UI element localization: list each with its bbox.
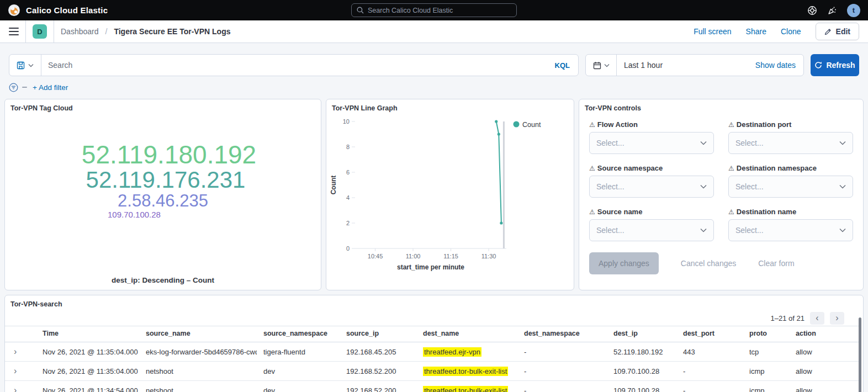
next-page-button[interactable]: › <box>830 312 844 325</box>
table-scrollbar[interactable] <box>859 317 861 392</box>
y-tick-label: 10 <box>343 118 350 125</box>
tag-cloud-item[interactable]: 109.70.100.28 <box>108 210 161 219</box>
kql-toggle[interactable]: KQL <box>547 61 578 70</box>
global-search[interactable] <box>351 3 517 17</box>
cancel-changes-button[interactable]: Cancel changes <box>681 259 736 268</box>
y-axis-title: Count <box>330 176 337 195</box>
select-placeholder: Select... <box>735 182 764 191</box>
search-table-panel: Tor-VPN-search 1–21 of 21 ‹ › Timesource… <box>4 295 864 392</box>
warning-icon: ⚠ <box>589 165 595 172</box>
time-range-value[interactable]: Last 1 hour <box>617 61 670 70</box>
expand-row-icon[interactable]: › <box>5 381 36 392</box>
table-cell: - <box>517 362 607 381</box>
user-avatar[interactable]: t <box>847 4 860 17</box>
line-graph-panel: Tor-VPN Line Graph 024681010:4511:0011:1… <box>326 99 574 290</box>
refresh-button[interactable]: Refresh <box>811 54 859 76</box>
tag-cloud-footer: dest_ip: Descending – Count <box>5 276 321 284</box>
tag-cloud-item[interactable]: 52.119.180.192 <box>82 141 256 168</box>
control-select[interactable]: Select... <box>728 132 853 154</box>
edit-button[interactable]: Edit <box>816 23 859 40</box>
table-cell: tcp <box>743 342 789 362</box>
control-label: Flow Action <box>597 120 638 129</box>
control-field: ⚠Source namespace Select... <box>589 164 714 198</box>
control-label: Destination namespace <box>737 164 817 172</box>
panel-title: Tor-VPN-search <box>5 295 863 308</box>
table-row: ›Nov 26, 2021 @ 11:35:04.000netshootdev1… <box>5 362 860 381</box>
table-cell: 192.168.52.200 <box>340 362 416 381</box>
x-axis-title: start_time per minute <box>397 263 464 271</box>
column-header: source_namespace <box>257 326 340 342</box>
table-cell: tigera-fluentd <box>257 342 340 362</box>
app-title: Calico Cloud Elastic <box>26 6 108 15</box>
select-placeholder: Select... <box>735 226 764 235</box>
date-picker-menu[interactable] <box>586 55 617 76</box>
divider <box>54 20 54 43</box>
table-cell: - <box>517 342 607 362</box>
column-header: dest_namespace <box>517 326 607 342</box>
dashboard-actions: Full screen Share Clone Edit <box>694 23 859 40</box>
y-tick-label: 2 <box>346 220 350 226</box>
expand-row-icon[interactable]: › <box>5 362 36 381</box>
control-select[interactable]: Select... <box>589 132 714 154</box>
apply-changes-button[interactable]: Apply changes <box>589 252 659 274</box>
data-point <box>500 221 502 224</box>
data-point <box>495 120 497 123</box>
help-icon[interactable] <box>807 6 817 15</box>
breadcrumb-root[interactable]: Dashboard <box>61 27 99 36</box>
dashboard-panels: Tor-VPN Tag Cloud 52.119.180.19252.119.1… <box>4 99 864 290</box>
panel-title: Tor-VPN Line Graph <box>326 99 574 112</box>
menu-icon[interactable] <box>9 28 19 35</box>
chevron-down-icon <box>839 184 846 189</box>
saved-query-menu[interactable] <box>9 55 41 76</box>
expand-row-icon[interactable]: › <box>5 342 36 362</box>
table-cell: allow <box>789 342 860 362</box>
global-search-input[interactable] <box>368 7 511 14</box>
x-tick-label: 11:15 <box>443 253 458 259</box>
control-field: ⚠Flow Action Select... <box>589 120 714 154</box>
top-icons: t <box>807 4 860 17</box>
table-cell: Nov 26, 2021 @ 11:34:54.000 <box>36 381 139 392</box>
add-filter-link[interactable]: + Add filter <box>33 83 68 92</box>
select-placeholder: Select... <box>596 139 624 147</box>
warning-icon: ⚠ <box>728 121 734 129</box>
control-select[interactable]: Select... <box>589 176 714 198</box>
chevron-down-icon <box>700 184 707 189</box>
tag-cloud-item[interactable]: 52.119.176.231 <box>86 168 246 192</box>
share-link[interactable]: Share <box>746 27 766 36</box>
table-cell: dev <box>257 362 340 381</box>
column-header: dest_port <box>676 326 743 342</box>
filter-icon[interactable] <box>9 83 18 92</box>
chevron-down-icon <box>700 141 707 145</box>
refresh-icon <box>814 61 822 69</box>
table-cell: eks-log-forwarder-5bd4659786-cwd2r <box>139 342 257 362</box>
tag-cloud-item[interactable]: 2.58.46.235 <box>118 192 208 210</box>
filter-dash <box>22 87 27 88</box>
table-cell: allow <box>789 362 860 381</box>
control-select[interactable]: Select... <box>728 176 853 198</box>
table-cell: 192.168.45.205 <box>340 342 416 362</box>
show-dates-link[interactable]: Show dates <box>755 61 803 70</box>
space-badge[interactable]: D <box>33 24 47 39</box>
save-query-icon <box>17 61 25 70</box>
results-table: Timesource_namesource_namespacesource_ip… <box>5 326 860 392</box>
news-icon[interactable] <box>827 6 837 15</box>
select-placeholder: Select... <box>596 182 624 191</box>
tag-cloud-panel: Tor-VPN Tag Cloud 52.119.180.19252.119.1… <box>4 99 321 290</box>
clone-link[interactable]: Clone <box>781 27 801 36</box>
calico-logo <box>8 4 20 17</box>
y-tick-label: 4 <box>346 194 350 201</box>
brand: Calico Cloud Elastic <box>8 4 108 17</box>
control-select[interactable]: Select... <box>728 219 853 241</box>
date-picker: Last 1 hour Show dates <box>585 54 804 76</box>
pagination: 1–21 of 21 ‹ › <box>771 312 844 325</box>
table-cell: dev <box>257 381 340 392</box>
prev-page-button[interactable]: ‹ <box>810 312 824 325</box>
x-tick-label: 10:45 <box>368 253 383 259</box>
chevron-down-icon <box>839 228 846 232</box>
full-screen-link[interactable]: Full screen <box>694 27 731 36</box>
kql-search-input[interactable] <box>41 61 547 70</box>
filter-bar: + Add filter <box>9 82 859 92</box>
clear-form-button[interactable]: Clear form <box>758 259 794 268</box>
pencil-icon <box>824 28 832 35</box>
control-select[interactable]: Select... <box>589 219 714 241</box>
